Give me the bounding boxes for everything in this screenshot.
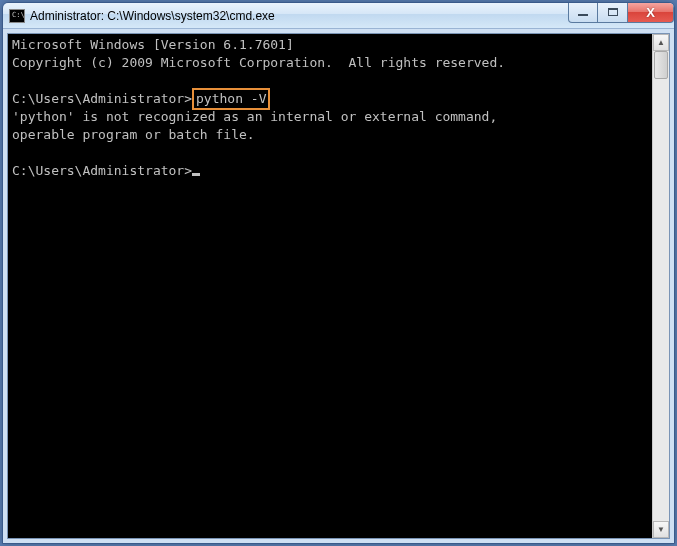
maximize-button[interactable] — [598, 3, 628, 23]
terminal-line — [12, 72, 648, 90]
chevron-up-icon: ▲ — [657, 38, 665, 47]
terminal-line — [12, 144, 648, 162]
scroll-down-button[interactable]: ▼ — [653, 521, 669, 538]
cursor — [192, 173, 200, 176]
highlighted-command: python -V — [192, 88, 270, 110]
prompt-path: C:\Users\Administrator> — [12, 163, 192, 178]
cmd-window: C:\ Administrator: C:\Windows\system32\c… — [2, 2, 675, 544]
scrollbar-thumb[interactable] — [654, 51, 668, 79]
terminal-line: C:\Users\Administrator> — [12, 162, 648, 180]
vertical-scrollbar: ▲ ▼ — [652, 34, 669, 538]
minimize-icon — [578, 14, 588, 16]
titlebar[interactable]: C:\ Administrator: C:\Windows\system32\c… — [3, 3, 674, 29]
close-button[interactable]: X — [628, 3, 674, 23]
terminal-container: Microsoft Windows [Version 6.1.7601]Copy… — [7, 33, 670, 539]
scroll-up-button[interactable]: ▲ — [653, 34, 669, 51]
cmd-icon: C:\ — [9, 9, 25, 23]
terminal-line: operable program or batch file. — [12, 126, 648, 144]
terminal-line: 'python' is not recognized as an interna… — [12, 108, 648, 126]
window-title: Administrator: C:\Windows\system32\cmd.e… — [30, 9, 568, 23]
terminal-output[interactable]: Microsoft Windows [Version 6.1.7601]Copy… — [8, 34, 652, 538]
window-controls: X — [568, 3, 674, 23]
window-body: Microsoft Windows [Version 6.1.7601]Copy… — [3, 29, 674, 543]
terminal-line: Microsoft Windows [Version 6.1.7601] — [12, 36, 648, 54]
terminal-line: C:\Users\Administrator>python -V — [12, 90, 648, 108]
close-icon: X — [646, 5, 655, 20]
cmd-icon-text: C:\ — [12, 12, 25, 19]
prompt-path: C:\Users\Administrator> — [12, 91, 192, 106]
maximize-icon — [608, 8, 618, 16]
terminal-line: Copyright (c) 2009 Microsoft Corporation… — [12, 54, 648, 72]
minimize-button[interactable] — [568, 3, 598, 23]
scrollbar-track[interactable] — [653, 51, 669, 521]
chevron-down-icon: ▼ — [657, 525, 665, 534]
